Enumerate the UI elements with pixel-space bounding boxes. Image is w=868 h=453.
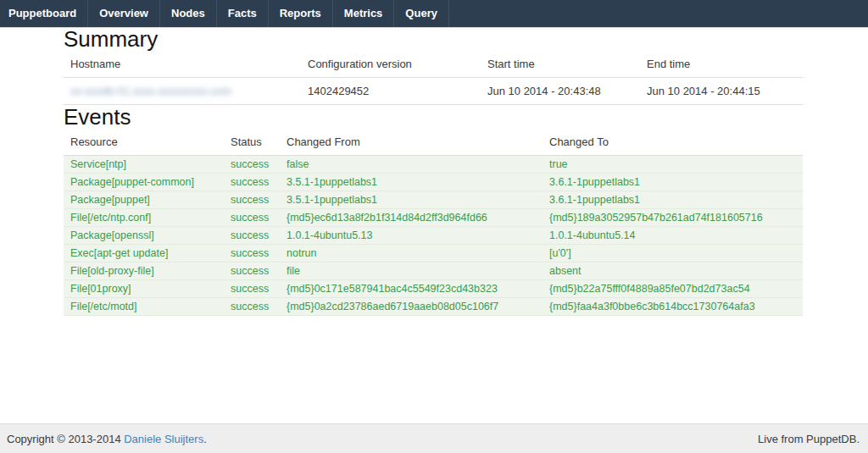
changed-to-cell: 3.6.1-1puppetlabs1 [542,173,803,191]
changed-from-cell: 3.5.1-1puppetlabs1 [280,191,542,208]
changed-from-cell: 1.0.1-4ubuntu5.13 [280,226,542,244]
changed-to-cell: {md5}faa4a3f0bbe6c3b614bcc1730764afa3 [542,297,803,315]
resource-cell: Exec[apt-get update] [64,244,224,262]
status-cell: success [224,208,280,226]
hostname-link-redacted[interactable]: xx-xxxdb-01.xxxx.xxxxxxxxx.com [70,85,231,97]
resource-cell: Package[puppet-common] [64,173,224,191]
events-col-status: Status [224,130,280,156]
end-time-cell: Jun 10 2014 - 20:44:15 [640,77,803,104]
status-cell: success [224,244,280,262]
config-version-cell: 1402429452 [301,77,481,104]
summary-col-config-version: Configuration version [301,52,481,78]
main-content: Summary Hostname Configuration version S… [64,27,803,316]
status-cell: success [224,297,280,315]
navbar: Puppetboard Overview Nodes Facts Reports… [0,0,868,27]
table-row: Package[openssl] success 1.0.1-4ubuntu5.… [64,226,803,244]
resource-cell: File[old-proxy-file] [64,262,224,279]
changed-to-cell: [u'0'] [542,244,803,262]
nav-brand-puppetboard[interactable]: Puppetboard [0,0,88,27]
copyright-period: . [203,433,207,445]
table-row: Package[puppet] success 3.5.1-1puppetlab… [64,191,803,208]
resource-cell: File[/etc/motd] [64,297,224,315]
summary-col-end-time: End time [640,52,803,78]
changed-from-cell: false [280,155,542,173]
changed-from-cell: notrun [280,244,542,262]
changed-to-cell: 1.0.1-4ubuntu5.14 [542,226,803,244]
changed-from-cell: {md5}ec6d13a8f2b1f314d84d2ff3d964fd66 [280,208,542,226]
nav-item-overview[interactable]: Overview [88,0,160,27]
table-row: File[/etc/ntp.conf] success {md5}ec6d13a… [64,208,803,226]
summary-col-start-time: Start time [481,52,640,78]
resource-cell: Service[ntp] [64,155,224,173]
changed-from-cell: {md5}0c171e587941bac4c5549f23cd43b323 [280,279,542,297]
changed-from-cell: 3.5.1-1puppetlabs1 [280,173,542,191]
copyright-text: Copyright © 2013-2014 [7,433,124,445]
status-cell: success [224,191,280,208]
resource-cell: Package[openssl] [64,226,224,244]
summary-header-row: Hostname Configuration version Start tim… [64,52,803,78]
events-col-changed-from: Changed From [280,130,542,156]
table-row: Exec[apt-get update] success notrun [u'0… [64,244,803,262]
status-cell: success [224,226,280,244]
changed-to-cell: {md5}189a3052957b47b261ad74f181605716 [542,208,803,226]
hostname-cell: xx-xxxdb-01.xxxx.xxxxxxxxx.com [64,77,301,104]
events-heading: Events [64,105,803,130]
changed-to-cell: 3.6.1-1puppetlabs1 [542,191,803,208]
resource-cell: File[01proxy] [64,279,224,297]
events-col-resource: Resource [64,130,224,156]
events-col-changed-to: Changed To [542,130,803,156]
summary-col-hostname: Hostname [64,52,301,78]
footer-copyright: Copyright © 2013-2014 Daniele Sluijters. [7,433,207,445]
status-cell: success [224,155,280,173]
table-row: File[old-proxy-file] success file absent [64,262,803,279]
events-table: Resource Status Changed From Changed To … [64,130,803,316]
resource-cell: Package[puppet] [64,191,224,208]
changed-to-cell: absent [542,262,803,279]
footer: Copyright © 2013-2014 Daniele Sluijters.… [0,423,868,453]
status-cell: success [224,173,280,191]
start-time-cell: Jun 10 2014 - 20:43:48 [481,77,640,104]
table-row: Service[ntp] success false true [64,155,803,173]
summary-heading: Summary [64,27,803,52]
status-cell: success [224,262,280,279]
table-row: File[/etc/motd] success {md5}0a2cd23786a… [64,297,803,315]
summary-table: Hostname Configuration version Start tim… [64,52,803,105]
changed-from-cell: {md5}0a2cd23786aed6719aaeb08d05c106f7 [280,297,542,315]
table-row: Package[puppet-common] success 3.5.1-1pu… [64,173,803,191]
nav-item-nodes[interactable]: Nodes [160,0,217,27]
resource-cell: File[/etc/ntp.conf] [64,208,224,226]
summary-row: xx-xxxdb-01.xxxx.xxxxxxxxx.com 140242945… [64,77,803,104]
changed-from-cell: file [280,262,542,279]
nav-item-facts[interactable]: Facts [217,0,269,27]
page: Puppetboard Overview Nodes Facts Reports… [0,0,868,453]
footer-status: Live from PuppetDB. [758,433,860,445]
table-row: File[01proxy] success {md5}0c171e587941b… [64,279,803,297]
nav-item-query[interactable]: Query [394,0,449,27]
changed-to-cell: true [542,155,803,173]
changed-to-cell: {md5}b22a75fff0f4889a85fe07bd2d73ac54 [542,279,803,297]
status-cell: success [224,279,280,297]
nav-item-metrics[interactable]: Metrics [333,0,395,27]
events-header-row: Resource Status Changed From Changed To [64,130,803,156]
author-link[interactable]: Daniele Sluijters [124,433,203,445]
nav-item-reports[interactable]: Reports [269,0,333,27]
